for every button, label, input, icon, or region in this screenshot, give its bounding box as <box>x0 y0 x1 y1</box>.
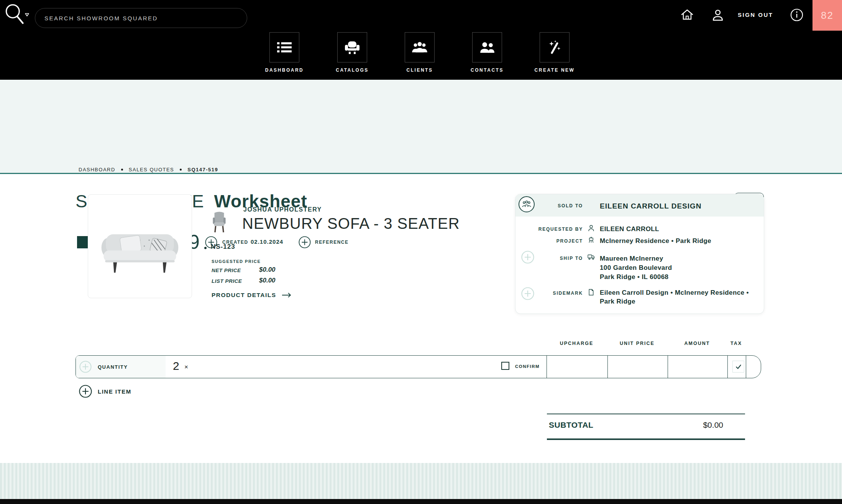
dashboard-tile[interactable] <box>269 32 299 62</box>
list-icon <box>277 42 292 53</box>
product-details-link[interactable]: PRODUCT DETAILS <box>212 292 292 299</box>
list-price-value: $0.00 <box>259 277 276 284</box>
nav-catalogs-label: CATALOGS <box>322 67 383 73</box>
nav-catalogs[interactable]: CATALOGS <box>322 32 383 73</box>
armchair-icon <box>345 41 360 54</box>
top-header: DASHBOARD CATALOGS CLIENTS CONTACTS CREA… <box>0 0 842 80</box>
nav-contacts[interactable]: CONTACTS <box>456 32 518 73</box>
sidemark-value[interactable]: Eileen Carroll Design • McInerney Reside… <box>600 288 758 306</box>
ship-to-line-3: Park Ridge • IL 60068 <box>600 273 672 282</box>
people-group-icon <box>412 41 428 54</box>
line-item-label: LINE ITEM <box>98 388 131 395</box>
breadcrumb-dashboard[interactable]: DASHBOARD <box>79 167 115 172</box>
bottom-black-bar <box>0 499 842 504</box>
product-name: NEWBURY SOFA - 3 SEATER <box>242 215 460 232</box>
truck-icon <box>588 254 595 261</box>
sofa-image <box>95 215 184 278</box>
list-price-label: LIST PRICE <box>212 278 242 284</box>
reference-plus-icon[interactable] <box>299 236 311 250</box>
ship-to-line-1: Maureen McInerney <box>600 254 672 263</box>
quantity-add-icon[interactable] <box>79 361 92 374</box>
amount-cell[interactable] <box>668 356 727 378</box>
quote-status-square <box>77 236 89 248</box>
search-input[interactable] <box>35 8 247 28</box>
column-header-amount: AMOUNT <box>667 341 727 346</box>
breadcrumb-current: SQ147-519 <box>187 167 218 172</box>
nav-create-new[interactable]: CREATE NEW <box>524 32 585 73</box>
quote-header-section: DASHBOARD SALES QUOTES SQ147-519 SALES Q… <box>0 80 842 174</box>
subtotal-divider-top <box>547 414 745 414</box>
nav-clients-label: CLIENTS <box>389 67 450 73</box>
subtotal-label: SUBTOTAL <box>549 420 593 430</box>
contacts-tile[interactable] <box>472 32 502 62</box>
net-price-value: $0.00 <box>259 266 276 274</box>
info-icon[interactable] <box>790 8 803 23</box>
created-date: 02.10.2024 <box>251 238 283 245</box>
catalogs-tile[interactable] <box>337 32 367 62</box>
magic-wand-icon <box>547 40 562 55</box>
net-price-label: NET PRICE <box>212 268 241 273</box>
cell-divider <box>727 356 728 378</box>
account-icon[interactable] <box>712 9 724 23</box>
check-icon <box>735 363 742 370</box>
sold-to-label: SOLD TO <box>525 203 583 208</box>
line-item-add-icon <box>79 385 92 398</box>
requested-by-label: REQUESTED BY <box>525 227 583 232</box>
column-header-upcharge: UPCHARGE <box>546 341 607 346</box>
column-header-tax: TAX <box>727 341 745 346</box>
home-icon[interactable] <box>681 9 694 22</box>
suggested-price-label: SUGGESTED PRICE <box>212 259 261 264</box>
sold-to-value[interactable]: EILEEN CARROLL DESIGN <box>600 202 702 210</box>
product-image-card[interactable] <box>88 194 192 298</box>
people-pair-icon <box>479 41 495 54</box>
confirm-label: CONFIRM <box>515 364 540 369</box>
arrow-right-icon <box>282 292 292 298</box>
nav-dashboard-label: DASHBOARD <box>254 67 315 73</box>
clients-tile[interactable] <box>405 32 435 62</box>
confirm-checkbox[interactable] <box>501 362 509 370</box>
ship-to-label: SHIP TO <box>525 256 583 261</box>
reference-label: REFERENCE <box>315 240 349 245</box>
subtotal-divider-bottom <box>547 438 745 440</box>
note-icon <box>588 289 594 297</box>
notification-count-badge[interactable]: 82 <box>812 0 842 31</box>
upcharge-cell[interactable] <box>547 356 607 378</box>
breadcrumb-sales-quotes[interactable]: SALES QUOTES <box>129 167 174 172</box>
quantity-label: QUANTITY <box>98 364 128 370</box>
add-line-item-button[interactable]: LINE ITEM <box>79 385 131 398</box>
breadcrumb-separator-dot <box>180 169 182 171</box>
sidemark-label: SIDEMARK <box>525 291 583 296</box>
product-details-label: PRODUCT DETAILS <box>212 292 276 299</box>
nav-dashboard[interactable]: DASHBOARD <box>254 32 315 73</box>
product-vendor[interactable]: JOSHUA UPHOLSTERY <box>243 206 322 213</box>
search-scope-caret-icon[interactable] <box>25 11 30 18</box>
quantity-times-symbol: × <box>184 363 188 371</box>
ship-to-line-2: 100 Garden Boulevard <box>600 263 672 273</box>
subtotal-value: $0.00 <box>647 420 723 430</box>
nav-contacts-label: CONTACTS <box>456 67 518 73</box>
product-thumbnail[interactable] <box>211 211 227 235</box>
notification-count: 82 <box>821 10 834 21</box>
project-label: PROJECT <box>525 238 583 244</box>
breadcrumb-separator-dot <box>121 169 123 171</box>
nav-create-new-label: CREATE NEW <box>524 67 585 73</box>
footer-stripe-band: SAVE <box>0 463 842 504</box>
project-value[interactable]: McInerney Residence • Park Ridge <box>600 237 711 245</box>
create-new-tile[interactable] <box>540 32 570 62</box>
quantity-value[interactable]: 2 <box>173 360 179 373</box>
quantity-row: QUANTITY 2 × CONFIRM <box>76 355 761 378</box>
sold-to-panel: SOLD TO EILEEN CARROLL DESIGN REQUESTED … <box>515 194 764 314</box>
requested-by-value[interactable]: EILEEN CARROLL <box>600 225 659 233</box>
ship-to-address[interactable]: Maureen McInerney 100 Garden Boulevard P… <box>600 254 672 282</box>
sign-out-button[interactable]: SIGN OUT <box>738 11 773 18</box>
easel-icon <box>588 236 594 245</box>
unit-price-cell[interactable] <box>607 356 668 378</box>
search-icon[interactable] <box>3 2 26 25</box>
person-icon <box>588 225 594 233</box>
breadcrumb: DASHBOARD SALES QUOTES SQ147-519 <box>79 167 218 172</box>
chair-thumbnail-image <box>211 211 227 233</box>
column-header-unit-price: UNIT PRICE <box>607 341 667 346</box>
nav-clients[interactable]: CLIENTS <box>389 32 450 73</box>
cell-divider <box>746 356 746 378</box>
tax-checkbox[interactable] <box>732 361 744 373</box>
